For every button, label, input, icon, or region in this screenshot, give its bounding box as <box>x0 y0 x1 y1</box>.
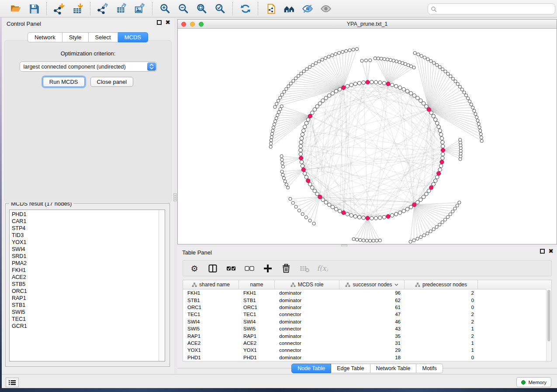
mcds-result-item[interactable]: STP4 <box>10 225 159 232</box>
table-scrollbar[interactable] <box>546 289 551 361</box>
cell-shared-name: TEC1 <box>183 312 239 317</box>
window-minimize-light[interactable] <box>190 22 195 27</box>
cell-successor-nodes: 35 <box>339 334 405 339</box>
table-scrollbar-thumb[interactable] <box>547 290 550 341</box>
column-type-icon <box>345 282 350 287</box>
cell-predecessor-nodes: 1 <box>405 340 478 346</box>
zoom-fit-icon <box>196 3 208 14</box>
table-row[interactable]: TEC1TEC1connector472 <box>183 311 551 318</box>
export-table-button[interactable] <box>114 2 129 16</box>
mcds-list-scrollbar[interactable] <box>159 210 165 361</box>
memory-button[interactable]: Memory <box>516 377 551 387</box>
select-all-columns-button[interactable] <box>225 262 237 275</box>
refresh-layout-button[interactable] <box>238 2 253 16</box>
column-header-name[interactable]: name <box>239 280 275 289</box>
zoom-fit-button[interactable] <box>194 2 210 16</box>
window-close-light[interactable] <box>181 22 186 27</box>
mcds-result-item[interactable]: GCR1 <box>10 323 159 330</box>
tab-style[interactable]: Style <box>62 32 89 42</box>
desktop-wallpaper-bottom-strip <box>0 388 557 392</box>
mcds-result-item[interactable]: STB1 <box>10 302 159 309</box>
column-header-predecessor-nodes[interactable]: predecessor nodes <box>405 280 478 289</box>
window-zoom-light[interactable] <box>199 22 204 27</box>
mcds-result-item[interactable]: STB5 <box>10 281 159 288</box>
export-image-button[interactable] <box>132 2 148 16</box>
table-row[interactable]: YOX1YOX1connector291 <box>183 347 551 354</box>
table-row[interactable]: SWI5SWI5connector431 <box>183 325 551 332</box>
import-network-button[interactable] <box>52 2 67 16</box>
add-column-button[interactable] <box>262 262 274 275</box>
optimization-criterion-dropdown[interactable]: largest connected component (undirected) <box>20 62 157 72</box>
mcds-result-item[interactable]: TEC1 <box>10 316 159 323</box>
float-panel-icon[interactable] <box>540 249 545 254</box>
float-panel-icon[interactable] <box>157 20 162 25</box>
close-panel-button[interactable]: Close panel <box>90 77 134 87</box>
import-table-button[interactable] <box>70 2 86 16</box>
zoom-selected-button[interactable] <box>212 2 228 16</box>
network-window-titlebar[interactable]: YPA_prune.txt_1 <box>178 20 557 29</box>
zoom-out-button[interactable] <box>176 2 191 16</box>
mcds-result-item[interactable]: SRD1 <box>10 253 159 260</box>
mcds-result-item[interactable]: SWI5 <box>10 309 159 316</box>
mcds-result-list[interactable]: PHD1CAR1STP4TID3YOX1SWI4SRD1PMA2FKH1ACE2… <box>9 210 165 361</box>
first-neighbors-button[interactable] <box>281 2 297 16</box>
table-row[interactable]: RAP1RAP1dominator352 <box>183 332 551 339</box>
mcds-result-item[interactable]: PHD1 <box>10 211 159 218</box>
cell-successor-nodes: 18 <box>339 355 405 360</box>
mcds-result-item[interactable]: CAR1 <box>10 218 159 225</box>
network-canvas[interactable] <box>178 29 557 244</box>
run-mcds-button[interactable]: Run MCDS <box>43 77 85 87</box>
table-row[interactable]: PHD1PHD1dominator180 <box>183 354 551 361</box>
mcds-result-item[interactable]: YOX1 <box>10 239 159 246</box>
save-session-button[interactable] <box>26 2 42 16</box>
tab-network[interactable]: Network <box>28 32 62 42</box>
mcds-result-item[interactable]: TID3 <box>10 232 159 239</box>
zoom-in-button[interactable] <box>157 2 173 16</box>
cell-name: FKH1 <box>239 290 275 296</box>
import-network-icon <box>54 3 65 14</box>
deselect-all-columns-button[interactable] <box>243 262 256 275</box>
column-label: predecessor nodes <box>422 282 467 288</box>
mcds-result-item[interactable]: PMA2 <box>10 260 159 267</box>
table-panel-title: Table Panel <box>177 249 212 256</box>
close-panel-icon[interactable]: ✖ <box>548 249 554 254</box>
show-columns-button[interactable] <box>207 262 219 275</box>
memory-status-icon <box>521 380 526 385</box>
tab-motifs[interactable]: Motifs <box>416 364 443 373</box>
table-row[interactable]: SWI4SWI4dominator462 <box>183 318 551 325</box>
tab-network-table[interactable]: Network Table <box>370 364 417 373</box>
cell-name: ORC1 <box>239 305 275 310</box>
delete-column-button[interactable] <box>280 262 292 275</box>
cytoscape-app: Control Panel ✖ NetworkStyleSelectMCDS O… <box>0 0 557 392</box>
tab-select[interactable]: Select <box>89 32 118 42</box>
task-history-button[interactable] <box>6 378 19 387</box>
column-header-MCDS-role[interactable]: MCDS role <box>275 280 339 289</box>
mcds-result-item[interactable]: ACE2 <box>10 274 159 281</box>
show-all-button[interactable] <box>318 2 334 16</box>
vertical-splitter-grip[interactable] <box>173 193 177 201</box>
mcds-result-item[interactable]: RAP1 <box>10 295 159 302</box>
column-header-shared-name[interactable]: shared name <box>183 280 239 289</box>
close-panel-icon[interactable]: ✖ <box>165 20 170 25</box>
mcds-result-item[interactable]: SWI4 <box>10 246 159 253</box>
tab-edge-table[interactable]: Edge Table <box>331 364 370 373</box>
table-row[interactable]: STB1STB1dominator620 <box>183 296 551 303</box>
cell-successor-nodes: 47 <box>339 312 405 317</box>
tab-mcds[interactable]: MCDS <box>118 32 148 42</box>
open-file-button[interactable] <box>8 2 24 16</box>
tab-node-table[interactable]: Node Table <box>291 364 331 373</box>
table-row[interactable]: FKH1FKH1dominator962 <box>183 289 551 296</box>
clone-network-button[interactable] <box>263 2 279 16</box>
column-header-successor-nodes[interactable]: successor nodes <box>339 280 405 289</box>
cell-predecessor-nodes: 2 <box>405 312 478 317</box>
table-row[interactable]: ORC1ORC1dominator610 <box>183 304 551 311</box>
export-network-button[interactable] <box>95 2 111 16</box>
table-settings-button[interactable]: ⚙ <box>188 262 201 275</box>
cell-successor-nodes: 96 <box>339 290 405 296</box>
mcds-result-item[interactable]: FKH1 <box>10 267 159 274</box>
mcds-result-item[interactable]: ORC1 <box>10 288 159 295</box>
search-input[interactable] <box>437 4 555 14</box>
hide-selected-button[interactable] <box>300 2 315 16</box>
table-row[interactable]: ACE2ACE2connector311 <box>183 340 551 347</box>
sort-desc-icon <box>394 283 398 286</box>
